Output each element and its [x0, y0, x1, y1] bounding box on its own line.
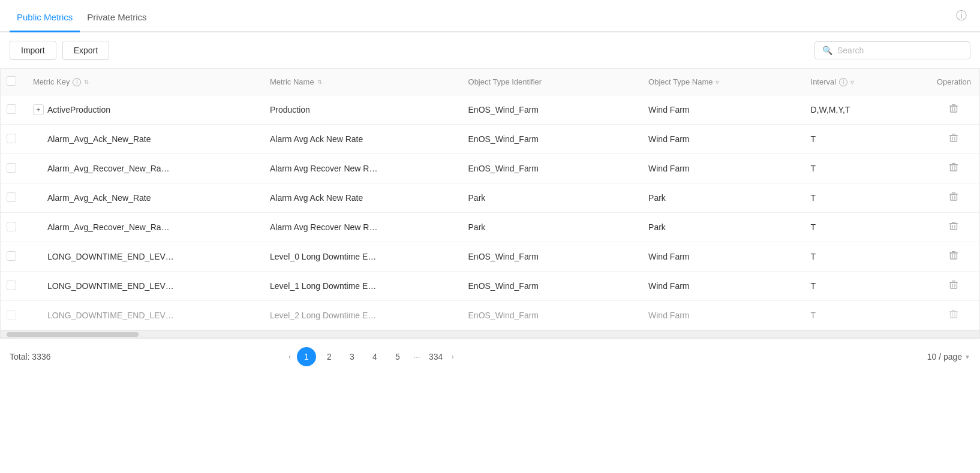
delete-row-5[interactable]: [949, 222, 958, 233]
col-interval-label: Interval: [811, 77, 837, 86]
delete-row-8[interactable]: [949, 311, 958, 321]
table-row: Alarm_Avg_Recover_New_Ra… Alarm Avg Reco…: [1, 154, 979, 183]
page-4-button[interactable]: 4: [365, 347, 384, 366]
page-size-selector[interactable]: 10 / page ▼: [927, 352, 970, 361]
col-object-type-id-label: Object Type Identifier: [468, 77, 542, 86]
help-icon[interactable]: ⓘ: [952, 0, 970, 31]
delete-row-2[interactable]: [949, 134, 958, 144]
table-row: LONG_DOWNTIME_END_LEV… Level_1 Long Down…: [1, 272, 979, 301]
cell-metric-name-5: Alarm Avg Recover New R…: [270, 222, 377, 232]
expand-row-1[interactable]: +: [33, 104, 44, 115]
page-5-button[interactable]: 5: [388, 347, 407, 366]
cell-interval-7: T: [811, 281, 816, 291]
tab-private-metrics[interactable]: Private Metrics: [80, 2, 154, 32]
table-row: Alarm_Avg_Ack_New_Rate Alarm Avg Ack New…: [1, 183, 979, 213]
cell-metric-key-6: LONG_DOWNTIME_END_LEV…: [47, 252, 174, 261]
cell-object-type-id-5: Park: [468, 222, 486, 232]
page-2-button[interactable]: 2: [320, 347, 339, 366]
cell-metric-key-3: Alarm_Avg_Recover_New_Ra…: [47, 164, 170, 173]
cell-metric-key-2: Alarm_Avg_Ack_New_Rate: [47, 134, 151, 144]
cell-object-type-name-5: Park: [648, 222, 666, 232]
page-size-chevron-icon: ▼: [964, 354, 970, 360]
svg-rect-6: [952, 134, 955, 135]
table-row: + ActiveProduction Production EnOS_Wind_…: [1, 95, 979, 125]
col-object-type-name-label: Object Type Name: [648, 77, 713, 86]
row-checkbox-7[interactable]: [7, 281, 16, 290]
delete-row-7[interactable]: [949, 281, 958, 291]
table-row: Alarm_Avg_Recover_New_Ra… Alarm Avg Reco…: [1, 213, 979, 242]
scrollbar-thumb[interactable]: [7, 332, 139, 337]
interval-info-icon[interactable]: i: [839, 78, 847, 86]
cell-object-type-id-4: Park: [468, 193, 486, 203]
table-container[interactable]: Metric Key i ⇅ Metric Name ⇅ Objec: [1, 69, 979, 330]
metric-key-info-icon[interactable]: i: [73, 78, 81, 86]
page-last-button[interactable]: 334: [426, 347, 446, 366]
svg-rect-11: [952, 163, 955, 164]
svg-rect-21: [952, 222, 955, 223]
delete-row-3[interactable]: [949, 164, 958, 174]
total-count: Total: 3336: [10, 352, 51, 361]
search-icon: 🔍: [822, 46, 832, 55]
tab-public-metrics[interactable]: Public Metrics: [10, 2, 80, 32]
cell-metric-key-7: LONG_DOWNTIME_END_LEV…: [47, 281, 174, 291]
interval-filter-icon[interactable]: ▿: [850, 78, 854, 86]
table-row: Alarm_Avg_Ack_New_Rate Alarm Avg Ack New…: [1, 125, 979, 154]
svg-rect-36: [952, 310, 955, 311]
row-checkbox-8[interactable]: [7, 310, 16, 320]
cell-metric-name-4: Alarm Avg Ack New Rate: [270, 193, 363, 203]
search-input[interactable]: [837, 46, 963, 55]
page-1-button[interactable]: 1: [297, 347, 316, 366]
cell-object-type-name-8: Wind Farm: [648, 311, 689, 320]
page-3-button[interactable]: 3: [342, 347, 362, 366]
import-button[interactable]: Import: [10, 41, 56, 60]
next-page-button[interactable]: ›: [449, 353, 456, 361]
svg-rect-17: [951, 194, 957, 200]
row-checkbox-4[interactable]: [7, 192, 16, 202]
select-all-checkbox[interactable]: [7, 76, 16, 86]
cell-object-type-name-6: Wind Farm: [648, 252, 689, 261]
table-footer: Total: 3336 ‹ 1 2 3 4 5 ··· 334 › 10 / p…: [0, 338, 980, 375]
metric-name-sort-icon[interactable]: ⇅: [317, 79, 322, 85]
svg-rect-12: [951, 165, 957, 171]
cell-object-type-name-4: Park: [648, 193, 666, 203]
row-checkbox-1[interactable]: [7, 104, 16, 114]
cell-object-type-id-6: EnOS_Wind_Farm: [468, 252, 539, 261]
search-box: 🔍: [814, 41, 970, 59]
delete-row-6[interactable]: [949, 252, 958, 262]
row-checkbox-5[interactable]: [7, 222, 16, 231]
row-checkbox-6[interactable]: [7, 251, 16, 261]
cell-interval-4: T: [811, 193, 816, 203]
export-button[interactable]: Export: [62, 41, 109, 60]
cell-object-type-id-7: EnOS_Wind_Farm: [468, 281, 539, 291]
metrics-table: Metric Key i ⇅ Metric Name ⇅ Objec: [0, 68, 980, 338]
row-checkbox-2[interactable]: [7, 134, 16, 143]
svg-rect-22: [951, 224, 957, 230]
cell-metric-name-8: Level_2 Long Downtime E…: [270, 311, 376, 320]
delete-row-4[interactable]: [949, 193, 958, 203]
delete-row-1[interactable]: [949, 105, 958, 115]
cell-interval-8: T: [811, 311, 816, 320]
cell-metric-key-8: LONG_DOWNTIME_END_LEV…: [47, 311, 174, 320]
page-ellipsis: ···: [411, 352, 423, 361]
horizontal-scrollbar[interactable]: [1, 330, 979, 338]
row-checkbox-3[interactable]: [7, 163, 16, 173]
cell-object-type-id-8: EnOS_Wind_Farm: [468, 311, 539, 320]
object-type-name-filter-icon[interactable]: ▿: [716, 78, 719, 86]
svg-rect-26: [952, 251, 955, 252]
metric-key-sort-icon[interactable]: ⇅: [84, 79, 89, 85]
col-metric-name-label: Metric Name: [270, 77, 314, 86]
pagination: ‹ 1 2 3 4 5 ··· 334 ›: [286, 347, 456, 366]
cell-object-type-name-2: Wind Farm: [648, 134, 689, 144]
svg-rect-32: [951, 282, 957, 288]
cell-metric-name-7: Level_1 Long Downtime E…: [270, 281, 376, 291]
svg-rect-31: [952, 281, 955, 282]
table-row: LONG_DOWNTIME_END_LEV… Level_2 Long Down…: [1, 301, 979, 330]
cell-interval-2: T: [811, 134, 816, 144]
prev-page-button[interactable]: ‹: [286, 353, 293, 361]
svg-rect-7: [951, 135, 957, 141]
cell-metric-key-5: Alarm_Avg_Recover_New_Ra…: [47, 222, 170, 232]
cell-metric-name-2: Alarm Avg Ack New Rate: [270, 134, 363, 144]
cell-metric-name-1: Production: [270, 105, 310, 115]
cell-metric-key-1: ActiveProduction: [47, 105, 110, 115]
cell-object-type-name-1: Wind Farm: [648, 105, 689, 115]
